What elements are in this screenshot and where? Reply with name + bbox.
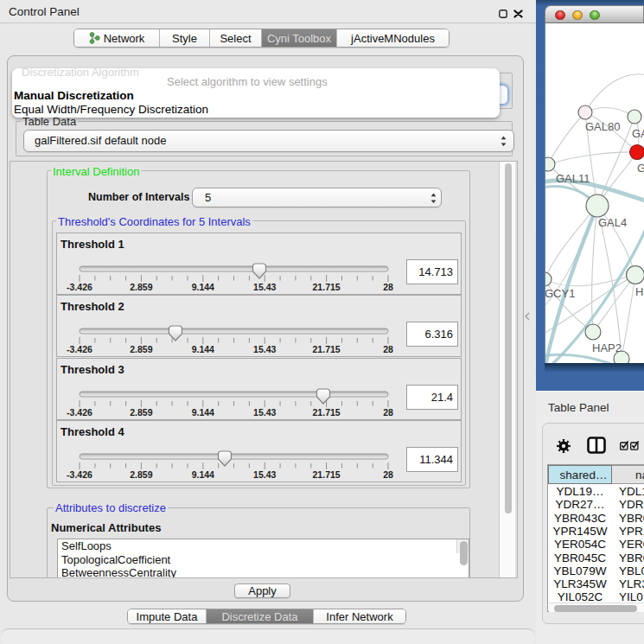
svg-text:21.715: 21.715 [313, 282, 341, 292]
svg-text:15.43: 15.43 [253, 469, 276, 480]
svg-text:H: H [635, 285, 643, 298]
svg-text:9.144: 9.144 [192, 344, 214, 354]
svg-text:-3.426: -3.426 [67, 344, 92, 354]
svg-text:9.144: 9.144 [192, 469, 214, 480]
svg-text:GAL11: GAL11 [556, 172, 590, 185]
svg-text:9.144: 9.144 [192, 282, 214, 292]
svg-text:15.43: 15.43 [253, 282, 276, 292]
svg-text:HAP2: HAP2 [592, 341, 622, 354]
svg-text:2.859: 2.859 [130, 344, 152, 354]
svg-text:2.859: 2.859 [130, 469, 152, 480]
svg-text:GA: GA [632, 127, 644, 140]
svg-text:21.715: 21.715 [313, 469, 341, 480]
svg-text:GAL80: GAL80 [585, 120, 620, 133]
svg-text:28: 28 [383, 469, 393, 480]
svg-text:15.43: 15.43 [253, 407, 276, 418]
svg-text:-3.426: -3.426 [67, 469, 92, 480]
svg-text:2.859: 2.859 [130, 407, 152, 418]
svg-text:15.43: 15.43 [253, 344, 276, 354]
svg-text:9.144: 9.144 [192, 407, 214, 418]
svg-text:GAL4: GAL4 [598, 216, 627, 229]
svg-text:G: G [637, 162, 644, 175]
svg-text:-3.426: -3.426 [67, 407, 92, 418]
svg-text:28: 28 [383, 407, 393, 418]
svg-text:28: 28 [383, 344, 393, 354]
svg-text:28: 28 [383, 282, 393, 292]
svg-text:21.715: 21.715 [313, 344, 341, 354]
svg-text:2.859: 2.859 [130, 282, 152, 292]
svg-text:-3.426: -3.426 [67, 282, 92, 292]
svg-text:21.715: 21.715 [313, 407, 341, 418]
svg-text:GCY1: GCY1 [545, 287, 575, 300]
